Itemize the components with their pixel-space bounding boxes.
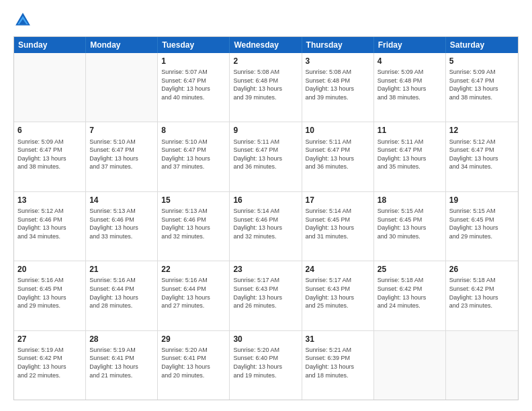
- day-number: 17: [306, 195, 370, 205]
- page-header: [13, 11, 519, 30]
- calendar-cell: 30Sunrise: 5:20 AM Sunset: 6:40 PM Dayli…: [230, 331, 302, 400]
- calendar-cell: 23Sunrise: 5:17 AM Sunset: 6:43 PM Dayli…: [230, 261, 302, 330]
- logo: [13, 11, 35, 30]
- calendar-cell: [14, 53, 86, 122]
- calendar-cell: 26Sunrise: 5:18 AM Sunset: 6:42 PM Dayli…: [446, 261, 518, 330]
- calendar-cell: 18Sunrise: 5:15 AM Sunset: 6:45 PM Dayli…: [374, 192, 446, 261]
- day-info: Sunrise: 5:08 AM Sunset: 6:48 PM Dayligh…: [306, 68, 370, 101]
- day-info: Sunrise: 5:17 AM Sunset: 6:43 PM Dayligh…: [233, 276, 298, 310]
- calendar-cell: 21Sunrise: 5:16 AM Sunset: 6:44 PM Dayli…: [86, 261, 158, 330]
- day-info: Sunrise: 5:15 AM Sunset: 6:45 PM Dayligh…: [449, 207, 515, 240]
- day-number: 15: [161, 195, 226, 205]
- calendar-header-cell: Saturday: [446, 37, 518, 53]
- calendar-cell: [446, 331, 518, 400]
- calendar-cell: 17Sunrise: 5:14 AM Sunset: 6:45 PM Dayli…: [302, 192, 374, 261]
- calendar-cell: 1Sunrise: 5:07 AM Sunset: 6:47 PM Daylig…: [158, 53, 230, 122]
- calendar-header-cell: Friday: [374, 37, 446, 53]
- day-number: 19: [449, 195, 515, 205]
- day-info: Sunrise: 5:16 AM Sunset: 6:44 PM Dayligh…: [161, 276, 226, 310]
- day-number: 9: [233, 125, 298, 136]
- day-info: Sunrise: 5:20 AM Sunset: 6:40 PM Dayligh…: [233, 346, 298, 379]
- day-number: 22: [161, 264, 226, 275]
- calendar-cell: 10Sunrise: 5:11 AM Sunset: 6:47 PM Dayli…: [302, 122, 374, 191]
- day-info: Sunrise: 5:11 AM Sunset: 6:47 PM Dayligh…: [306, 138, 370, 171]
- day-info: Sunrise: 5:19 AM Sunset: 6:42 PM Dayligh…: [17, 346, 82, 379]
- day-number: 25: [378, 264, 442, 275]
- calendar-cell: [374, 331, 446, 400]
- day-number: 21: [89, 264, 154, 275]
- calendar-cell: 5Sunrise: 5:09 AM Sunset: 6:47 PM Daylig…: [446, 53, 518, 122]
- day-info: Sunrise: 5:12 AM Sunset: 6:47 PM Dayligh…: [449, 138, 515, 171]
- day-info: Sunrise: 5:14 AM Sunset: 6:46 PM Dayligh…: [233, 207, 298, 240]
- day-number: 18: [378, 195, 442, 205]
- calendar-row: 20Sunrise: 5:16 AM Sunset: 6:45 PM Dayli…: [14, 261, 518, 330]
- calendar-header-cell: Wednesday: [230, 37, 302, 53]
- calendar-cell: 31Sunrise: 5:21 AM Sunset: 6:39 PM Dayli…: [302, 331, 374, 400]
- calendar-row: 1Sunrise: 5:07 AM Sunset: 6:47 PM Daylig…: [14, 53, 518, 122]
- calendar-row: 6Sunrise: 5:09 AM Sunset: 6:47 PM Daylig…: [14, 122, 518, 191]
- calendar-cell: 14Sunrise: 5:13 AM Sunset: 6:46 PM Dayli…: [86, 192, 158, 261]
- calendar-cell: 7Sunrise: 5:10 AM Sunset: 6:47 PM Daylig…: [86, 122, 158, 191]
- calendar-cell: 24Sunrise: 5:17 AM Sunset: 6:43 PM Dayli…: [302, 261, 374, 330]
- calendar-cell: 25Sunrise: 5:18 AM Sunset: 6:42 PM Dayli…: [374, 261, 446, 330]
- calendar-header-row: SundayMondayTuesdayWednesdayThursdayFrid…: [14, 37, 518, 53]
- day-info: Sunrise: 5:20 AM Sunset: 6:41 PM Dayligh…: [161, 346, 226, 379]
- calendar-cell: 3Sunrise: 5:08 AM Sunset: 6:48 PM Daylig…: [302, 53, 374, 122]
- calendar-cell: 2Sunrise: 5:08 AM Sunset: 6:48 PM Daylig…: [230, 53, 302, 122]
- day-info: Sunrise: 5:18 AM Sunset: 6:42 PM Dayligh…: [378, 276, 442, 310]
- calendar-cell: 9Sunrise: 5:11 AM Sunset: 6:47 PM Daylig…: [230, 122, 302, 191]
- calendar-cell: 28Sunrise: 5:19 AM Sunset: 6:41 PM Dayli…: [86, 331, 158, 400]
- calendar-cell: 13Sunrise: 5:12 AM Sunset: 6:46 PM Dayli…: [14, 192, 86, 261]
- calendar-header-cell: Tuesday: [158, 37, 230, 53]
- calendar-cell: 20Sunrise: 5:16 AM Sunset: 6:45 PM Dayli…: [14, 261, 86, 330]
- day-number: 20: [17, 264, 82, 275]
- calendar-body: 1Sunrise: 5:07 AM Sunset: 6:47 PM Daylig…: [14, 53, 518, 400]
- day-info: Sunrise: 5:17 AM Sunset: 6:43 PM Dayligh…: [306, 276, 370, 310]
- calendar-row: 13Sunrise: 5:12 AM Sunset: 6:46 PM Dayli…: [14, 191, 518, 261]
- day-number: 1: [161, 56, 226, 66]
- calendar-cell: 4Sunrise: 5:09 AM Sunset: 6:48 PM Daylig…: [374, 53, 446, 122]
- day-number: 26: [449, 264, 515, 275]
- day-info: Sunrise: 5:11 AM Sunset: 6:47 PM Dayligh…: [233, 138, 298, 171]
- calendar-cell: 19Sunrise: 5:15 AM Sunset: 6:45 PM Dayli…: [446, 192, 518, 261]
- calendar-page: SundayMondayTuesdayWednesdayThursdayFrid…: [0, 0, 532, 411]
- day-info: Sunrise: 5:10 AM Sunset: 6:47 PM Dayligh…: [161, 138, 226, 171]
- calendar-row: 27Sunrise: 5:19 AM Sunset: 6:42 PM Dayli…: [14, 330, 518, 400]
- day-info: Sunrise: 5:16 AM Sunset: 6:45 PM Dayligh…: [17, 276, 82, 310]
- day-info: Sunrise: 5:07 AM Sunset: 6:47 PM Dayligh…: [161, 68, 226, 101]
- day-number: 13: [17, 195, 82, 205]
- day-info: Sunrise: 5:12 AM Sunset: 6:46 PM Dayligh…: [17, 207, 82, 240]
- day-info: Sunrise: 5:19 AM Sunset: 6:41 PM Dayligh…: [89, 346, 154, 379]
- day-number: 3: [306, 56, 370, 66]
- day-info: Sunrise: 5:15 AM Sunset: 6:45 PM Dayligh…: [378, 207, 442, 240]
- calendar-cell: 22Sunrise: 5:16 AM Sunset: 6:44 PM Dayli…: [158, 261, 230, 330]
- day-number: 30: [233, 334, 298, 345]
- calendar-cell: 29Sunrise: 5:20 AM Sunset: 6:41 PM Dayli…: [158, 331, 230, 400]
- day-number: 7: [89, 125, 154, 136]
- day-number: 10: [306, 125, 370, 136]
- day-number: 4: [378, 56, 442, 66]
- day-info: Sunrise: 5:09 AM Sunset: 6:48 PM Dayligh…: [378, 68, 442, 101]
- day-number: 6: [17, 125, 82, 136]
- calendar-header-cell: Sunday: [14, 37, 86, 53]
- day-number: 16: [233, 195, 298, 205]
- calendar-cell: 15Sunrise: 5:13 AM Sunset: 6:46 PM Dayli…: [158, 192, 230, 261]
- day-number: 31: [306, 334, 370, 345]
- day-info: Sunrise: 5:11 AM Sunset: 6:47 PM Dayligh…: [378, 138, 442, 171]
- logo-icon: [13, 11, 32, 30]
- day-info: Sunrise: 5:18 AM Sunset: 6:42 PM Dayligh…: [449, 276, 515, 310]
- day-number: 2: [233, 56, 298, 66]
- day-number: 28: [89, 334, 154, 345]
- calendar-header-cell: Monday: [86, 37, 158, 53]
- day-number: 11: [378, 125, 442, 136]
- day-number: 12: [449, 125, 515, 136]
- calendar-cell: [86, 53, 158, 122]
- day-info: Sunrise: 5:13 AM Sunset: 6:46 PM Dayligh…: [161, 207, 226, 240]
- day-info: Sunrise: 5:14 AM Sunset: 6:45 PM Dayligh…: [306, 207, 370, 240]
- day-number: 8: [161, 125, 226, 136]
- day-number: 14: [89, 195, 154, 205]
- calendar-cell: 12Sunrise: 5:12 AM Sunset: 6:47 PM Dayli…: [446, 122, 518, 191]
- day-info: Sunrise: 5:13 AM Sunset: 6:46 PM Dayligh…: [89, 207, 154, 240]
- calendar-cell: 16Sunrise: 5:14 AM Sunset: 6:46 PM Dayli…: [230, 192, 302, 261]
- day-info: Sunrise: 5:09 AM Sunset: 6:47 PM Dayligh…: [17, 138, 82, 171]
